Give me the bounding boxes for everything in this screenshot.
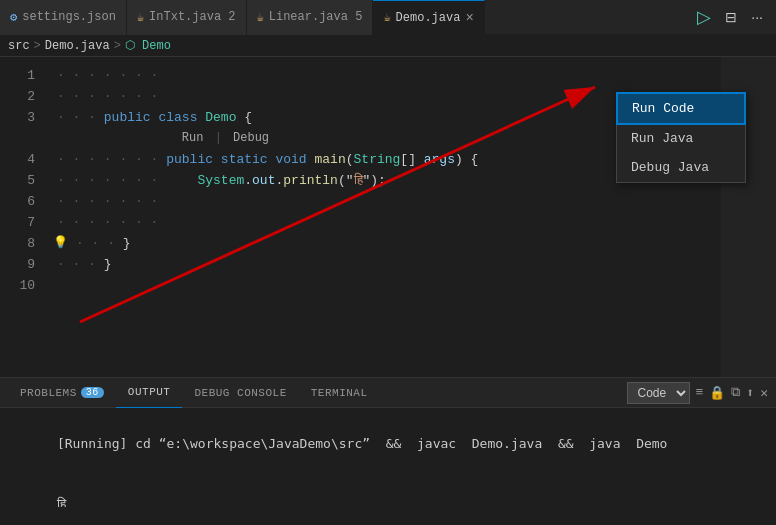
close-panel-button[interactable]: ✕ [760, 385, 768, 401]
tab-terminal[interactable]: TERMINAL [299, 378, 380, 408]
output-hindi-line: हि [10, 474, 766, 507]
tab-problems[interactable]: PROBLEMS 36 [8, 378, 116, 408]
debug-java-item[interactable]: Debug Java [617, 153, 745, 182]
code-line-7: · · · · · · · [53, 212, 721, 233]
lock-output-button[interactable]: 🔒 [709, 385, 725, 401]
filter-output-button[interactable]: ≡ [696, 385, 704, 400]
code-line-8: 💡 · · · } [53, 233, 721, 254]
more-actions-button[interactable]: ··· [746, 8, 768, 26]
panel-content: [Running] cd “e:\workspace\JavaDemo\src”… [0, 408, 776, 507]
line-numbers: 1 2 3 4 5 6 7 8 9 10 [0, 57, 45, 377]
code-select-wrapper: Code [627, 382, 690, 404]
tab-debug-console[interactable]: DEBUG CONSOLE [182, 378, 298, 408]
output-running-line: [Running] cd “e:\workspace\JavaDemo\src”… [10, 414, 766, 474]
tab-terminal-label: TERMINAL [311, 387, 368, 399]
tab-linear-label: Linear.java 5 [269, 10, 363, 24]
run-code-item[interactable]: Run Code [617, 93, 745, 124]
close-demo-tab[interactable]: × [465, 11, 473, 25]
panel-tab-bar: PROBLEMS 36 OUTPUT DEBUG CONSOLE TERMINA… [0, 378, 776, 408]
code-select[interactable]: Code [627, 382, 690, 404]
breadcrumb-src: src [8, 39, 30, 53]
settings-icon: ⚙ [10, 10, 17, 25]
split-editor-button[interactable]: ⊟ [720, 8, 742, 26]
tab-intxt[interactable]: ☕ InTxt.java 2 [127, 0, 247, 35]
tab-settings[interactable]: ⚙ settings.json [0, 0, 127, 35]
run-java-item[interactable]: Run Java [617, 124, 745, 153]
run-dropdown-menu: Run Code Run Java Debug Java [616, 92, 746, 183]
tab-output-label: OUTPUT [128, 386, 171, 398]
tab-problems-label: PROBLEMS [20, 387, 77, 399]
breadcrumb-symbol: ⬡ Demo [125, 38, 171, 53]
code-line-6: · · · · · · · [53, 191, 721, 212]
problems-badge: 36 [81, 387, 104, 398]
maximize-panel-button[interactable]: ⬆ [746, 385, 754, 401]
hindi-output: हि [57, 496, 66, 507]
panel-right-actions: Code ≡ 🔒 ⧉ ⬆ ✕ [627, 382, 768, 404]
tab-linear[interactable]: ☕ Linear.java 5 [247, 0, 374, 35]
breadcrumb-file: Demo.java [45, 39, 110, 53]
tab-debug-label: DEBUG CONSOLE [194, 387, 286, 399]
java-icon: ☕ [137, 10, 144, 25]
breadcrumb: src > Demo.java > ⬡ Demo [0, 35, 776, 57]
copy-output-button[interactable]: ⧉ [731, 385, 740, 400]
tab-demo-label: Demo.java [396, 11, 461, 25]
code-line-1: · · · · · · · [53, 65, 721, 86]
tab-settings-label: settings.json [22, 10, 116, 24]
tab-actions: ▷ ⊟ ··· [692, 6, 776, 28]
run-button[interactable]: ▷ [692, 6, 716, 28]
java-icon3: ☕ [383, 10, 390, 25]
tab-demo[interactable]: ☕ Demo.java × [373, 0, 484, 35]
tab-output[interactable]: OUTPUT [116, 378, 183, 408]
tab-intxt-label: InTxt.java 2 [149, 10, 235, 24]
code-line-9: · · · } [53, 254, 721, 275]
java-icon2: ☕ [257, 10, 264, 25]
tab-bar: ⚙ settings.json ☕ InTxt.java 2 ☕ Linear.… [0, 0, 776, 35]
running-text: [Running] cd “e:\workspace\JavaDemo\src”… [57, 436, 667, 451]
bottom-panel: PROBLEMS 36 OUTPUT DEBUG CONSOLE TERMINA… [0, 377, 776, 507]
editor-area: 1 2 3 4 5 6 7 8 9 10 · · · · · · · · · ·… [0, 57, 776, 377]
